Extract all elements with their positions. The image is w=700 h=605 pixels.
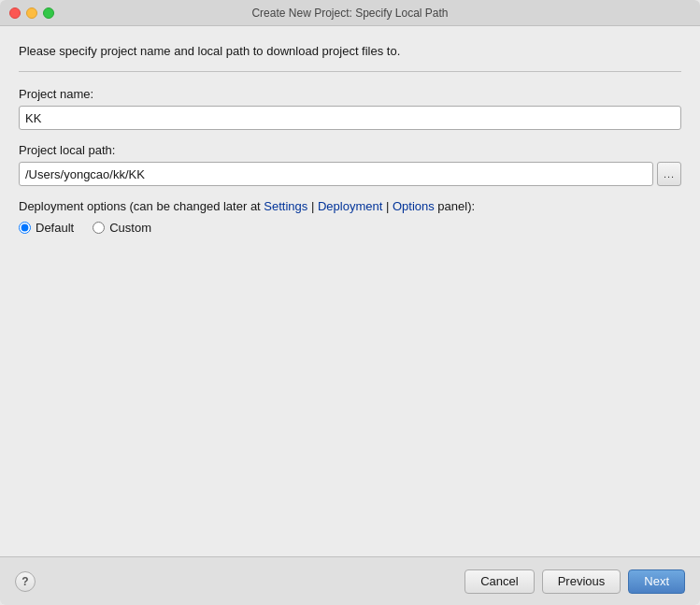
deployment-label: Deployment options (can be changed later… bbox=[19, 199, 681, 213]
footer-buttons: Cancel Previous Next bbox=[464, 569, 685, 594]
settings-link[interactable]: Settings bbox=[264, 199, 307, 213]
deployment-text-2: panel): bbox=[435, 199, 475, 213]
previous-button[interactable]: Previous bbox=[542, 569, 621, 594]
minimize-button[interactable] bbox=[26, 7, 37, 19]
divider bbox=[19, 71, 681, 72]
window-title: Create New Project: Specify Local Path bbox=[251, 7, 448, 20]
custom-label: Custom bbox=[109, 221, 151, 235]
project-path-label: Project local path: bbox=[19, 143, 681, 157]
intro-text: Please specify project name and local pa… bbox=[19, 43, 681, 60]
default-option[interactable]: Default bbox=[19, 221, 74, 235]
deployment-link[interactable]: Deployment bbox=[318, 199, 382, 213]
sep1: | bbox=[307, 199, 318, 213]
options-link[interactable]: Options bbox=[393, 199, 435, 213]
deployment-text-1: Deployment options (can be changed later… bbox=[19, 199, 264, 213]
footer: ? Cancel Previous Next bbox=[0, 556, 700, 605]
project-name-label: Project name: bbox=[19, 87, 681, 101]
sep2: | bbox=[382, 199, 393, 213]
help-button[interactable]: ? bbox=[15, 571, 36, 592]
next-button[interactable]: Next bbox=[628, 569, 685, 594]
maximize-button[interactable] bbox=[43, 7, 54, 19]
content-area: Please specify project name and local pa… bbox=[0, 26, 700, 556]
custom-radio[interactable] bbox=[93, 222, 105, 234]
cancel-button[interactable]: Cancel bbox=[464, 569, 534, 594]
path-row: ... bbox=[19, 162, 681, 186]
default-label: Default bbox=[36, 221, 74, 235]
traffic-lights bbox=[9, 7, 54, 19]
spacer bbox=[19, 235, 681, 547]
project-path-input[interactable] bbox=[19, 162, 653, 186]
title-bar: Create New Project: Specify Local Path bbox=[0, 0, 700, 26]
project-name-input[interactable] bbox=[19, 106, 681, 130]
default-radio[interactable] bbox=[19, 222, 31, 234]
radio-group: Default Custom bbox=[19, 221, 681, 235]
custom-option[interactable]: Custom bbox=[93, 221, 151, 235]
browse-button[interactable]: ... bbox=[657, 162, 681, 186]
close-button[interactable] bbox=[9, 7, 21, 19]
window: Create New Project: Specify Local Path P… bbox=[0, 0, 700, 605]
